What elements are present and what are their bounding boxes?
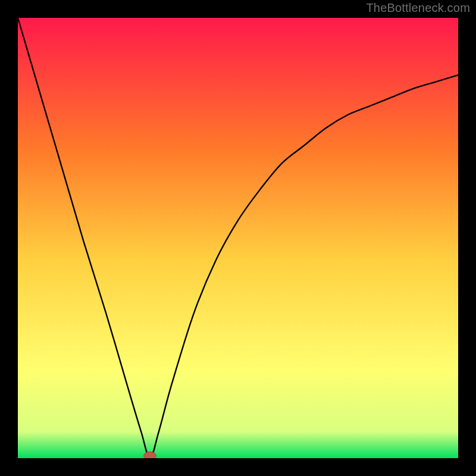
chart-frame: TheBottleneck.com: [0, 0, 476, 476]
minimum-marker: [144, 452, 156, 458]
watermark-text: TheBottleneck.com: [366, 1, 470, 15]
chart-svg: [18, 18, 458, 458]
plot-area: [18, 18, 458, 458]
gradient-background: [18, 18, 458, 458]
